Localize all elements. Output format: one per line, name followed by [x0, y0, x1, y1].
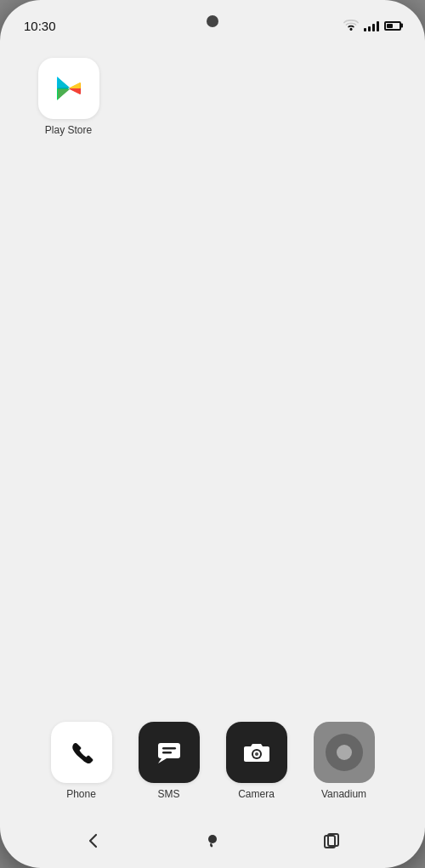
play-store-icon	[38, 58, 99, 119]
home-icon	[203, 831, 222, 850]
battery-level	[387, 24, 393, 28]
svg-point-9	[208, 835, 217, 843]
battery-icon	[384, 21, 401, 31]
vanadium-icon-wrap	[314, 722, 375, 783]
nav-bar	[0, 814, 425, 868]
camera-icon	[241, 737, 272, 768]
phone-frame: 10:30	[0, 0, 425, 868]
home-screen: Play Store	[0, 44, 425, 749]
back-icon	[84, 831, 103, 850]
nav-back-button[interactable]	[76, 824, 110, 858]
vanadium-inner	[326, 734, 363, 771]
sms-icon-wrap	[139, 722, 200, 783]
nav-recents-button[interactable]	[314, 824, 348, 858]
svg-point-8	[255, 752, 258, 756]
nav-home-button[interactable]	[196, 824, 230, 858]
front-camera-dot	[207, 15, 218, 27]
svg-rect-4	[162, 747, 176, 750]
phone-label: Phone	[66, 788, 96, 800]
app-play-store[interactable]: Play Store	[24, 58, 113, 136]
status-bar: 10:30	[0, 0, 425, 44]
wifi-icon	[343, 20, 359, 31]
status-time: 10:30	[24, 19, 56, 33]
recents-icon	[322, 831, 341, 850]
sms-icon	[155, 738, 184, 767]
svg-rect-2	[158, 743, 180, 758]
dock-camera[interactable]: Camera	[226, 722, 287, 800]
vanadium-core	[337, 745, 352, 760]
camera-icon-wrap	[226, 722, 287, 783]
status-icons	[343, 20, 401, 31]
app-grid: Play Store	[24, 58, 401, 136]
svg-rect-5	[162, 752, 172, 754]
play-store-label: Play Store	[45, 124, 92, 136]
dock-sms[interactable]: SMS	[139, 722, 200, 800]
svg-point-0	[350, 28, 353, 31]
sms-label: SMS	[157, 788, 179, 800]
svg-rect-1	[58, 88, 70, 89]
dock-phone[interactable]: Phone	[51, 722, 112, 800]
phone-icon	[67, 738, 96, 767]
play-store-logo2	[50, 70, 88, 107]
dock: Phone SMS	[24, 712, 401, 810]
svg-marker-3	[158, 758, 167, 763]
phone-icon-wrap	[51, 722, 112, 783]
camera-label: Camera	[238, 788, 275, 800]
dock-vanadium[interactable]: Vanadium	[314, 722, 375, 800]
signal-icon	[364, 20, 379, 31]
vanadium-label: Vanadium	[321, 788, 366, 800]
